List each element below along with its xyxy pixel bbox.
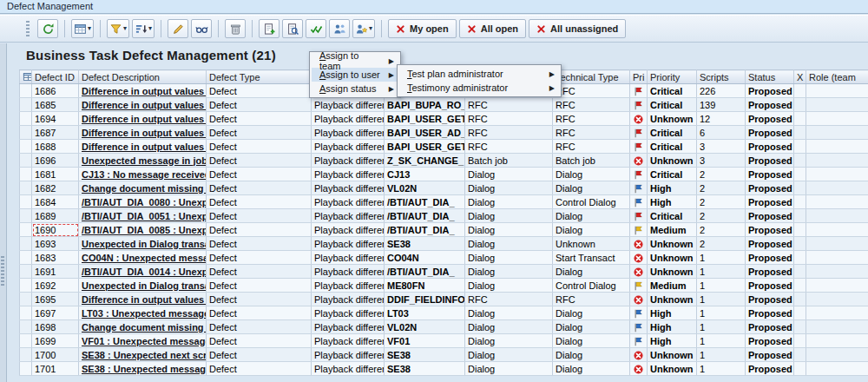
row-selector[interactable] [20,112,32,126]
row-selector[interactable] [20,223,32,237]
create-defect-button[interactable] [259,19,279,38]
table-row[interactable]: 1683CO04N : Unexpected message : E077(CD… [20,251,868,265]
cell-scripts: 1 [697,293,746,306]
row-selector[interactable] [20,279,32,293]
column-header-sel[interactable] [20,70,32,84]
assign-user-button[interactable]: ▾ [352,19,375,38]
sort-button[interactable]: ▾ [132,19,155,38]
table-row[interactable]: 1694Difference in output values in RFC B… [20,112,868,126]
column-header-priority[interactable]: Priority [648,70,697,84]
column-header-x[interactable]: X [794,70,806,84]
cell-scripts: 1 [697,265,746,279]
cell-defect-description[interactable]: /BTI/AUT_DIA_0051 : Unexpected nex [79,209,207,223]
cell-defect-detail: Playback difference [312,320,385,334]
delete-button[interactable] [225,19,246,38]
cell-technical-name: SE38 [385,362,465,376]
cell-defect-description[interactable]: Unexpected in Dialog transaction ME8 [79,279,207,293]
column-header-type[interactable]: Defect Type [207,70,312,84]
row-selector[interactable] [20,265,32,279]
cell-defect-description[interactable]: CO04N : Unexpected message : E077(C [79,251,207,265]
row-selector[interactable] [20,98,32,112]
all-unassigned-button[interactable]: All unassigned [529,19,626,38]
row-selector[interactable] [20,293,32,306]
row-selector[interactable] [20,334,32,348]
refresh-button[interactable] [37,19,58,38]
cell-defect-description[interactable]: Change document missing in Dialog tra [79,181,207,195]
table-row[interactable]: 1693Unexpected in Dialog transaction SE3… [20,237,868,251]
cell-defect-description[interactable]: Difference in output values in RFC BAP [79,98,207,112]
table-row[interactable]: 1684/BTI/AUT_DIA_0080 : Unexpected nexDe… [20,195,868,209]
table-row[interactable]: 1689/BTI/AUT_DIA_0051 : Unexpected nexDe… [20,209,868,223]
column-header-tech_type[interactable]: Technical Type [553,70,630,84]
row-selector[interactable] [20,126,32,140]
cell-defect-description[interactable]: Difference in output values in RFC BAP [79,112,207,126]
cell-defect-description[interactable]: VF01 : Unexpected message : E033(VF) [79,334,207,348]
table-row[interactable]: 1692Unexpected in Dialog transaction ME8… [20,279,868,293]
menu-item-assign-status[interactable]: Assign status▶ [312,82,398,96]
row-selector[interactable] [20,195,32,209]
cell-defect-description[interactable]: Difference in output values in RFC BAP [79,126,207,140]
cell-defect-description[interactable]: /BTI/AUT_DIA_0080 : Unexpected nex [79,195,207,209]
table-row[interactable]: 1697LT03 : Unexpected message : E123(L3)… [20,306,868,320]
table-row[interactable]: 1690/BTI/AUT_DIA_0085 : Unexpected nexDe… [20,223,868,237]
splitter-grip-icon [1,256,4,286]
cell-defect-description[interactable]: Difference in output values in RFC BAP [79,84,207,98]
column-header-role[interactable]: Role (team [806,70,868,84]
cell-defect-description[interactable]: SE38 : Unexpected message : E000(/B [79,362,207,376]
edit-button[interactable] [168,19,188,38]
cell-defect-description[interactable]: /BTI/AUT_DIA_0085 : Unexpected nex [79,223,207,237]
cell-defect-description[interactable]: /BTI/AUT_DIA_0014 : Unexpected nex [79,265,207,279]
row-selector[interactable] [20,251,32,265]
column-header-scripts[interactable]: Scripts [697,70,746,84]
table-row[interactable]: 1687Difference in output values in RFC B… [20,126,868,140]
table-row[interactable]: 1700SE38 : Unexpected next screen : SAPM… [20,348,868,362]
column-header-id[interactable]: Defect ID [32,70,79,84]
team-button[interactable] [329,19,350,38]
column-header-status[interactable]: Status [746,70,794,84]
menu-item-testimony-administrator[interactable]: Testimony administrator▶ [399,81,559,95]
my-open-button[interactable]: My open [388,19,457,38]
confirm-button[interactable] [306,19,326,38]
row-selector[interactable] [20,154,32,168]
table-row[interactable]: 1696Unexpected message in job in Batch j… [20,154,868,168]
display-details-button[interactable] [282,19,303,38]
table-row[interactable]: 1699VF01 : Unexpected message : E033(VF)… [20,334,868,348]
display-button[interactable] [191,19,212,38]
all-open-button[interactable]: All open [459,19,526,38]
table-row[interactable]: 1682Change document missing in Dialog tr… [20,181,868,195]
column-header-desc[interactable]: Defect Description [79,70,207,84]
cell-defect-description[interactable]: Difference in output values in RFC DDI [79,293,207,306]
toolbar-grip[interactable] [26,21,30,36]
table-row[interactable]: 1695Difference in output values in RFC D… [20,293,868,306]
cell-defect-description[interactable]: Unexpected in Dialog transaction SE38 [79,237,207,251]
layout-select-button[interactable]: ▾ [71,19,94,38]
row-selector[interactable] [20,348,32,362]
row-selector[interactable] [20,168,32,181]
menu-item-assign-to-user[interactable]: Assign to user▶ [312,68,398,82]
table-row[interactable]: 1685Difference in output values in RFC B… [20,98,868,112]
cell-defect-description[interactable]: Unexpected message in job in Batch jo [79,154,207,168]
filter-button[interactable]: ▾ [107,19,129,38]
menu-item-test-plan-administrator[interactable]: Test plan administrator▶ [399,67,559,81]
table-row[interactable]: 1698Change document missing in Dialog tr… [20,320,868,334]
row-selector[interactable] [20,84,32,98]
table-row[interactable]: 1701SE38 : Unexpected message : E000(/BD… [20,362,868,376]
left-splitter[interactable] [0,43,7,382]
row-selector[interactable] [20,181,32,195]
column-header-pri[interactable]: Pri [630,70,648,84]
menu-item-assign-to-team[interactable]: Assign to team▶ [312,54,398,68]
cell-defect-description[interactable]: CJ13 : No message received. Expected : [79,168,207,181]
table-row[interactable]: 1688Difference in output values in RFC B… [20,140,868,154]
cell-defect-description[interactable]: Difference in output values in RFC BAP [79,140,207,154]
row-selector[interactable] [20,362,32,376]
cell-defect-description[interactable]: LT03 : Unexpected message : E123(L3) [79,306,207,320]
row-selector[interactable] [20,320,32,334]
table-row[interactable]: 1691/BTI/AUT_DIA_0014 : Unexpected nexDe… [20,265,868,279]
row-selector[interactable] [20,237,32,251]
row-selector[interactable] [20,140,32,154]
row-selector[interactable] [20,209,32,223]
row-selector[interactable] [20,306,32,320]
table-row[interactable]: 1681CJ13 : No message received. Expected… [20,168,868,181]
cell-defect-description[interactable]: SE38 : Unexpected next screen : SAPM [79,348,207,362]
cell-defect-description[interactable]: Change document missing in Dialog tra [79,320,207,334]
